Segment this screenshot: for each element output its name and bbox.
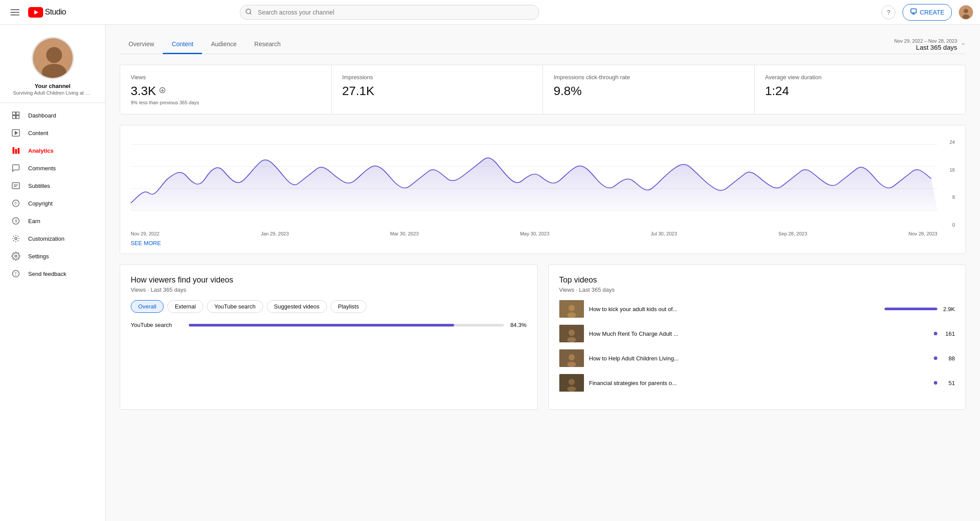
x-label-2: Jan 29, 2023 xyxy=(261,231,289,236)
chart-section: 24 16 8 0 xyxy=(120,125,966,254)
search-input[interactable] xyxy=(240,5,539,20)
x-label-1: Nov 29, 2022 xyxy=(131,231,159,236)
svg-point-48 xyxy=(569,379,575,385)
video-count-1: 2.9K xyxy=(941,306,955,312)
source-bar xyxy=(189,324,454,327)
tab-research[interactable]: Research xyxy=(246,35,290,54)
create-button[interactable]: CREATE xyxy=(903,4,952,21)
filter-suggested[interactable]: Suggested videos xyxy=(267,300,327,313)
sidebar-item-subtitles[interactable]: Subtitles xyxy=(0,177,105,194)
svg-point-2 xyxy=(246,9,251,14)
settings-icon xyxy=(11,252,21,260)
ctr-label: Impressions click-through rate xyxy=(554,74,744,81)
sidebar-item-content[interactable]: Content xyxy=(0,124,105,142)
y-label-8: 8 xyxy=(942,194,955,200)
menu-button[interactable] xyxy=(7,6,23,19)
metric-ctr: Impressions click-through rate 9.8% xyxy=(543,65,755,114)
video-dot-4 xyxy=(934,381,937,385)
logo[interactable]: Studio xyxy=(28,7,66,18)
help-button[interactable]: ? xyxy=(881,5,896,19)
ctr-value: 9.8% xyxy=(554,84,744,98)
avatar[interactable] xyxy=(959,5,973,19)
svg-point-7 xyxy=(962,15,969,19)
sidebar-item-analytics[interactable]: Analytics xyxy=(0,142,105,159)
sidebar-item-settings[interactable]: Settings xyxy=(0,247,105,265)
metrics-row: Views 3.3K 9% less than previous 365 day… xyxy=(120,65,966,114)
channel-info: Your channel Surviving Adult Children Li… xyxy=(0,30,105,103)
impressions-label: Impressions xyxy=(342,74,532,81)
sidebar-item-customization[interactable]: Customization xyxy=(0,230,105,247)
top-videos-subtitle: Views · Last 365 days xyxy=(559,286,955,293)
feedback-label: Send feedback xyxy=(28,271,66,277)
tab-overview[interactable]: Overview xyxy=(120,35,163,54)
sidebar-item-earn[interactable]: $ Earn xyxy=(0,212,105,230)
sidebar-item-feedback[interactable]: Send feedback xyxy=(0,265,105,283)
chevron-down-icon xyxy=(961,41,966,48)
date-range-picker[interactable]: Nov 29, 2022 – Nov 28, 2023 Last 365 day… xyxy=(894,38,966,51)
bottom-panels: How viewers find your videos Views · Las… xyxy=(120,264,966,410)
video-count-3: 88 xyxy=(941,355,955,362)
subtitles-label: Subtitles xyxy=(28,183,50,189)
comments-label: Comments xyxy=(28,165,56,172)
video-thumb-2 xyxy=(559,325,584,342)
topbar: Studio ? CREATE xyxy=(0,0,980,25)
video-count-2: 161 xyxy=(941,330,955,337)
filter-external[interactable]: External xyxy=(167,300,203,313)
video-title-4: Financial strategies for parents o... xyxy=(589,380,929,386)
svg-rect-14 xyxy=(16,116,19,119)
customization-icon xyxy=(11,234,21,243)
source-label: YouTube search xyxy=(131,322,184,328)
source-youtube-search: YouTube search 84.3% xyxy=(131,322,527,328)
svg-point-40 xyxy=(567,312,576,318)
search-icon xyxy=(245,8,252,16)
video-row-2[interactable]: How Much Rent To Charge Adult ... 161 xyxy=(559,325,955,342)
x-label-6: Sep 28, 2023 xyxy=(778,231,807,236)
metric-avg-duration: Average view duration 1:24 xyxy=(755,65,966,114)
filter-overall[interactable]: Overall xyxy=(131,300,164,313)
svg-rect-4 xyxy=(911,9,916,13)
date-range-label: Nov 29, 2022 – Nov 28, 2023 xyxy=(894,38,957,44)
video-bar-wrap-2: 161 xyxy=(934,330,955,337)
analytics-label: Analytics xyxy=(28,147,54,154)
settings-label: Settings xyxy=(28,253,49,260)
earn-label: Earn xyxy=(28,218,40,224)
svg-line-3 xyxy=(250,13,251,14)
channel-avatar xyxy=(32,37,74,79)
svg-rect-20 xyxy=(12,183,20,188)
sidebar-item-copyright[interactable]: © Copyright xyxy=(0,194,105,212)
filter-tabs: Overall External YouTube search Suggeste… xyxy=(131,300,527,313)
tab-content[interactable]: Content xyxy=(163,35,202,54)
tab-audience[interactable]: Audience xyxy=(202,35,245,54)
filter-playlists[interactable]: Playlists xyxy=(330,300,367,313)
sidebar-item-dashboard[interactable]: Dashboard xyxy=(0,106,105,124)
video-row-4[interactable]: Financial strategies for parents o... 51 xyxy=(559,374,955,392)
sidebar: Your channel Surviving Adult Children Li… xyxy=(0,25,106,521)
views-value: 3.3K xyxy=(131,84,321,98)
filter-youtube-search[interactable]: YouTube search xyxy=(207,300,263,313)
video-row-3[interactable]: How to Help Adult Children Living... 88 xyxy=(559,349,955,367)
youtube-icon xyxy=(28,7,43,18)
video-thumb-4 xyxy=(559,374,584,392)
chart-y-labels: 24 16 8 0 xyxy=(942,139,955,227)
sidebar-item-comments[interactable]: Comments xyxy=(0,159,105,177)
video-row-1[interactable]: How to kick your adult kids out of... 2.… xyxy=(559,300,955,318)
video-title-2: How Much Rent To Charge Adult ... xyxy=(589,330,929,337)
svg-rect-11 xyxy=(13,112,16,115)
svg-text:©: © xyxy=(15,201,17,205)
svg-point-46 xyxy=(567,362,576,367)
video-thumb-3 xyxy=(559,349,584,367)
analytics-container: Overview Content Audience Research Nov 2… xyxy=(106,25,980,420)
svg-point-31 xyxy=(16,275,16,275)
tabs-row: Overview Content Audience Research Nov 2… xyxy=(120,35,966,54)
avg-duration-label: Average view duration xyxy=(765,74,955,81)
content-area: Overview Content Audience Research Nov 2… xyxy=(106,25,980,521)
content-label: Content xyxy=(28,130,48,136)
subtitles-icon xyxy=(11,181,21,190)
x-label-3: Mar 30, 2023 xyxy=(390,231,419,236)
top-videos-title: Top videos xyxy=(559,275,955,285)
views-down-arrow xyxy=(159,87,166,95)
see-more-link[interactable]: SEE MORE xyxy=(131,240,161,246)
video-bar-wrap-3: 88 xyxy=(934,355,955,362)
svg-text:$: $ xyxy=(15,219,17,223)
search-bar xyxy=(240,5,539,20)
